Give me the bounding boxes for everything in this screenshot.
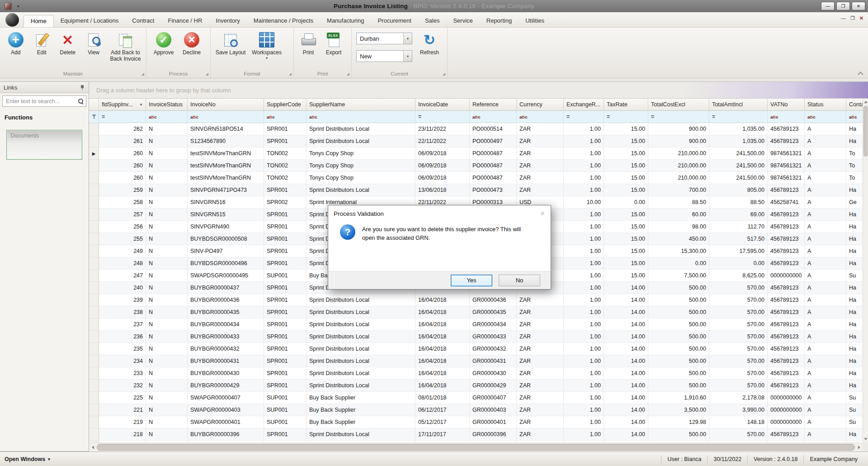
grid-cell-totalAmtIncl[interactable]: 69.00 bbox=[709, 209, 768, 221]
grid-cell-reference[interactable]: PO0000487 bbox=[470, 147, 517, 160]
grid-row[interactable]: 233NBUYBGR00000430SPR001Sprint Distribut… bbox=[89, 367, 863, 380]
grid-cell-totalCostExcl[interactable]: 500.00 bbox=[648, 306, 709, 319]
grid-cell-supplierCode[interactable]: SPR001 bbox=[264, 282, 307, 294]
grid-cell-vatNo[interactable]: 0000000000 bbox=[768, 416, 805, 428]
tab-sales[interactable]: Sales bbox=[418, 15, 447, 27]
grid-cell-invoiceNo[interactable]: BUYBGR00000432 bbox=[188, 343, 264, 355]
grid-cell-contact[interactable]: Ha bbox=[846, 257, 863, 270]
delete-button[interactable]: Delete bbox=[55, 31, 80, 56]
grid-cell-fldSuppInv[interactable]: 219 bbox=[99, 416, 146, 428]
grid-cell-invoiceNo[interactable]: BUYBGR00000436 bbox=[188, 294, 264, 306]
grid-cell-exchangeRate[interactable]: 1.00 bbox=[564, 233, 604, 245]
grid-cell-vatNo[interactable]: 456789123 bbox=[768, 319, 805, 331]
grid-cell-contact[interactable]: Ha bbox=[846, 367, 863, 380]
grid-cell-status[interactable]: A bbox=[805, 306, 846, 319]
grid-cell-supplierCode[interactable]: TON002 bbox=[264, 160, 307, 172]
grid-cell-supplierCode[interactable]: SPR001 bbox=[264, 306, 307, 319]
mdi-close-icon[interactable]: ✕ bbox=[859, 16, 863, 21]
grid-cell-totalAmtIncl[interactable]: 570.00 bbox=[709, 380, 768, 392]
grid-cell-exchangeRate[interactable]: 1.00 bbox=[564, 428, 604, 441]
grid-cell-totalAmtIncl[interactable]: 570.00 bbox=[709, 282, 768, 294]
grid-cell-contact[interactable]: Ha bbox=[846, 380, 863, 392]
grid-cell-totalCostExcl[interactable]: 129.98 bbox=[648, 416, 709, 428]
grid-cell-totalCostExcl[interactable]: 500.00 bbox=[648, 331, 709, 343]
grid-cell-contact[interactable]: To bbox=[846, 147, 863, 160]
grid-cell-supplierCode[interactable]: SPR001 bbox=[264, 319, 307, 331]
grid-row[interactable]: 236NBUYBGR00000433SPR001Sprint Distribut… bbox=[89, 331, 863, 343]
grid-cell-invoiceStatus[interactable]: N bbox=[146, 123, 188, 135]
grid-cell-totalCostExcl[interactable]: 1,910.60 bbox=[648, 392, 709, 404]
grid-cell-contact[interactable]: Su bbox=[846, 416, 863, 428]
grid-cell-fldSuppInv[interactable]: 218 bbox=[99, 428, 146, 441]
grid-cell-supplierCode[interactable]: SPR001 bbox=[264, 257, 307, 270]
grid-cell-exchangeRate[interactable]: 1.00 bbox=[564, 147, 604, 160]
grid-cell-contact[interactable]: To bbox=[846, 160, 863, 172]
grid-cell-invoiceNo[interactable]: SINVPGRN490 bbox=[188, 221, 264, 233]
grid-cell-invoiceStatus[interactable]: N bbox=[146, 319, 188, 331]
mdi-restore-icon[interactable]: ❐ bbox=[850, 16, 855, 21]
tab-reporting[interactable]: Reporting bbox=[480, 15, 519, 27]
grid-cell-contact[interactable]: Ha bbox=[846, 355, 863, 367]
grid-cell-vatNo[interactable]: 456789123 bbox=[768, 257, 805, 270]
maximize-icon[interactable]: ❐ bbox=[836, 2, 850, 10]
grid-cell-status[interactable]: A bbox=[805, 172, 846, 184]
grid-cell-reference[interactable]: GR00000432 bbox=[470, 343, 517, 355]
grid-cell-totalAmtIncl[interactable]: 112.70 bbox=[709, 221, 768, 233]
grid-cell-reference[interactable]: PO0000514 bbox=[470, 123, 517, 135]
grid-cell-supplierCode[interactable]: SPR001 bbox=[264, 233, 307, 245]
grid-cell-invoiceDate[interactable]: 16/04/2018 bbox=[415, 319, 470, 331]
grid-cell-totalAmtIncl[interactable]: 88.50 bbox=[709, 196, 768, 209]
grid-cell-vatNo[interactable]: 0000000000 bbox=[768, 270, 805, 282]
grid-cell-fldSuppInv[interactable]: 257 bbox=[99, 209, 146, 221]
grid-cell-status[interactable]: A bbox=[805, 428, 846, 441]
dialog-launcher-icon[interactable]: ◢ bbox=[206, 72, 208, 76]
grid-cell-invoiceNo[interactable]: BUYBGR00000434 bbox=[188, 319, 264, 331]
grid-cell-invoiceNo[interactable]: BUYBDSGR00000508 bbox=[188, 233, 264, 245]
grid-cell-supplierCode[interactable]: SPR001 bbox=[264, 245, 307, 257]
grid-cell-totalAmtIncl[interactable]: 570.00 bbox=[709, 428, 768, 441]
grid-cell-invoiceDate[interactable]: 13/06/2018 bbox=[415, 184, 470, 196]
grid-cell-supplierCode[interactable]: SPR001 bbox=[264, 428, 307, 441]
grid-cell-status[interactable]: A bbox=[805, 355, 846, 367]
grid-cell-contact[interactable]: Ha bbox=[846, 233, 863, 245]
grid-cell-taxRate[interactable]: 15.00 bbox=[604, 135, 648, 147]
grid-row[interactable]: ▶260NtestSINVMoreThanGRNTON002Tonys Copy… bbox=[89, 147, 863, 160]
grid-cell-totalAmtIncl[interactable]: 570.00 bbox=[709, 355, 768, 367]
grid-cell-currency[interactable]: ZAR bbox=[517, 392, 564, 404]
grid-cell-totalCostExcl[interactable]: 500.00 bbox=[648, 380, 709, 392]
grid-cell-invoiceDate[interactable]: 16/04/2018 bbox=[415, 331, 470, 343]
grid-cell-taxRate[interactable]: 14.00 bbox=[604, 319, 648, 331]
scroll-left-arrow[interactable] bbox=[89, 443, 96, 452]
grid-row[interactable]: 225NSWAPGR00000407SUP001Buy Back Supplie… bbox=[89, 392, 863, 404]
grid-cell-contact[interactable]: To bbox=[846, 172, 863, 184]
grid-column-header-supplierName[interactable]: SupplierName bbox=[307, 99, 415, 111]
grid-cell-invoiceNo[interactable]: testSINVMoreThanGRN bbox=[188, 172, 264, 184]
grid-cell-fldSuppInv[interactable]: 260 bbox=[99, 147, 146, 160]
grid-cell-exchangeRate[interactable]: 1.00 bbox=[564, 404, 604, 416]
grid-cell-reference[interactable]: GR00000434 bbox=[470, 319, 517, 331]
grid-cell-invoiceStatus[interactable]: N bbox=[146, 245, 188, 257]
grid-cell-invoiceStatus[interactable]: N bbox=[146, 209, 188, 221]
grid-cell-exchangeRate[interactable]: 1.00 bbox=[564, 294, 604, 306]
grid-cell-exchangeRate[interactable]: 1.00 bbox=[564, 123, 604, 135]
grid-cell-totalCostExcl[interactable]: 900.00 bbox=[648, 123, 709, 135]
grid-cell-supplierCode[interactable]: SPR001 bbox=[264, 184, 307, 196]
dialog-launcher-icon[interactable]: ◢ bbox=[142, 72, 144, 76]
grid-cell-totalCostExcl[interactable]: 500.00 bbox=[648, 294, 709, 306]
grid-cell-taxRate[interactable]: 14.00 bbox=[604, 428, 648, 441]
grid-cell-taxRate[interactable]: 14.00 bbox=[604, 380, 648, 392]
grid-cell-currency[interactable]: ZAR bbox=[517, 416, 564, 428]
grid-cell-fldSuppInv[interactable]: 260 bbox=[99, 160, 146, 172]
grid-column-header-totalCostExcl[interactable]: TotalCostExcl bbox=[648, 99, 709, 111]
grid-cell-fldSuppInv[interactable]: 238 bbox=[99, 306, 146, 319]
grid-filter-cell-status[interactable]: aBc bbox=[805, 111, 846, 123]
grid-cell-taxRate[interactable]: 15.00 bbox=[604, 233, 648, 245]
export-button[interactable]: Export bbox=[320, 31, 347, 56]
grid-cell-currency[interactable]: ZAR bbox=[517, 172, 564, 184]
grid-cell-vatNo[interactable]: 456258741 bbox=[768, 196, 805, 209]
tab-home[interactable]: Home bbox=[24, 15, 54, 27]
grid-cell-supplierName[interactable]: Tonys Copy Shop bbox=[307, 147, 415, 160]
grid-cell-reference[interactable]: GR00000429 bbox=[470, 380, 517, 392]
grid-cell-invoiceDate[interactable]: 05/12/2017 bbox=[415, 416, 470, 428]
grid-cell-contact[interactable]: Ha bbox=[846, 428, 863, 441]
